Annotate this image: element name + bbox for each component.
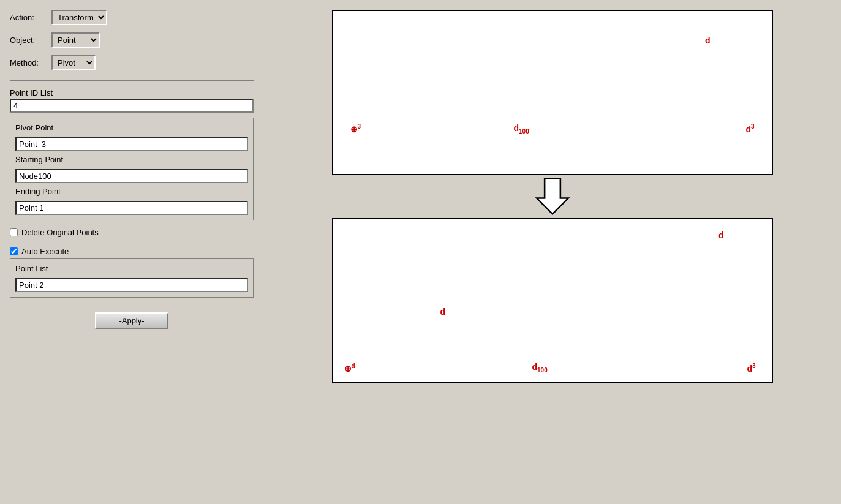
pivot-point-label: Pivot Point (15, 123, 248, 132)
point-d100-bot: d100 (532, 362, 548, 374)
apply-button[interactable]: -Apply- (95, 312, 168, 329)
point-d-mid-left: d (440, 307, 446, 317)
method-row: Method: Pivot Origin Center (10, 55, 254, 70)
arrow-container (332, 175, 773, 218)
point-list-input[interactable] (15, 278, 248, 292)
left-panel: Action: Transform Rotate Scale Translate… (0, 0, 263, 504)
pivot-section-box: Pivot Point Starting Point Ending Point (10, 118, 254, 220)
method-select[interactable]: Pivot Origin Center (51, 55, 96, 70)
delete-original-row: Delete Original Points (10, 228, 254, 237)
divider-1 (10, 80, 254, 81)
point-cross-left: ⊕3 (350, 123, 361, 134)
auto-execute-section: Auto Execute Point List (10, 244, 254, 298)
right-panel: d ⊕3 d100 d3 d d ⊕d d100 d3 (263, 0, 841, 504)
delete-original-checkbox[interactable] (10, 228, 18, 236)
point-list-box: Point List (10, 258, 254, 298)
point-d-top: d (705, 36, 711, 45)
action-label: Action: (10, 13, 47, 22)
object-row: Object: Point Line Polygon (10, 32, 254, 48)
apply-button-container: -Apply- (10, 307, 254, 329)
auto-execute-label: Auto Execute (21, 247, 69, 256)
auto-execute-row: Auto Execute (10, 247, 254, 256)
pivot-point-input[interactable] (15, 137, 248, 151)
point-d100-mid: d100 (514, 123, 529, 135)
ending-point-input[interactable] (15, 201, 248, 215)
object-select[interactable]: Point Line Polygon (51, 32, 100, 48)
starting-point-label: Starting Point (15, 155, 248, 164)
point-id-label: Point ID List (10, 88, 254, 97)
point-id-input[interactable] (10, 99, 254, 113)
point-id-section: Point ID List (10, 88, 254, 113)
svg-marker-0 (537, 178, 568, 214)
auto-execute-checkbox[interactable] (10, 247, 18, 255)
down-arrow-icon (534, 178, 571, 215)
point-d3-bot-right: d3 (747, 363, 755, 374)
action-row: Action: Transform Rotate Scale Translate (10, 10, 254, 25)
delete-original-label: Delete Original Points (21, 228, 99, 237)
bottom-canvas: d d ⊕d d100 d3 (332, 218, 773, 383)
point-list-label: Point List (15, 264, 248, 273)
point-d-top-right: d (718, 230, 724, 240)
method-label: Method: (10, 58, 47, 67)
starting-point-input[interactable] (15, 169, 248, 183)
action-select[interactable]: Transform Rotate Scale Translate (51, 10, 107, 25)
point-cross-bot-left: ⊕d (344, 363, 355, 374)
ending-point-label: Ending Point (15, 187, 248, 196)
point-d3-right: d3 (745, 123, 754, 134)
top-canvas: d ⊕3 d100 d3 (332, 10, 773, 175)
object-label: Object: (10, 36, 47, 45)
